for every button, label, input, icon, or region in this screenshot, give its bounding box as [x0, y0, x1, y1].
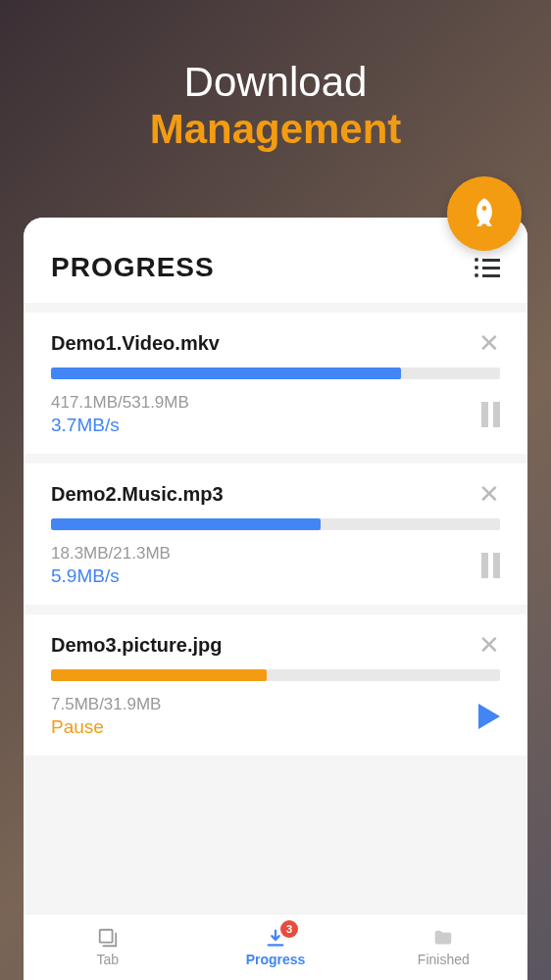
folder-icon [432, 927, 454, 949]
download-status: Pause [51, 716, 161, 738]
progress-fill [51, 669, 267, 681]
boost-button[interactable] [447, 176, 522, 251]
nav-progress[interactable]: 3 Progress [191, 914, 359, 980]
tab-icon [97, 927, 119, 949]
download-speed: 3.7MB/s [51, 415, 189, 436]
rocket-icon [466, 195, 503, 232]
download-item: Demo3.picture.jpg ✕ 7.5MB/31.9MB Pause [24, 614, 527, 756]
progress-fill [51, 518, 321, 530]
cancel-button[interactable]: ✕ [478, 330, 500, 356]
download-item: Demo2.Music.mp3 ✕ 18.3MB/21.3MB 5.9MB/s [24, 464, 527, 605]
pause-button[interactable] [481, 553, 500, 578]
cancel-button[interactable]: ✕ [478, 632, 500, 658]
list-view-button[interactable] [475, 258, 500, 277]
download-item: Demo1.Video.mkv ✕ 417.1MB/531.9MB 3.7MB/… [24, 313, 527, 454]
progress-bar [51, 518, 500, 530]
progress-fill [51, 368, 401, 379]
download-size: 417.1MB/531.9MB [51, 393, 189, 413]
download-speed: 5.9MB/s [51, 565, 171, 587]
progress-card: PROGRESS Demo1.Video.mkv ✕ 417.1MB/531.9… [24, 218, 527, 980]
resume-button[interactable] [478, 704, 500, 729]
svg-rect-0 [99, 930, 112, 943]
progress-bar [51, 368, 500, 379]
nav-label: Tab [96, 952, 119, 967]
nav-finished[interactable]: Finished [360, 914, 527, 980]
download-size: 7.5MB/31.9MB [51, 695, 161, 714]
download-filename: Demo3.picture.jpg [51, 634, 222, 657]
bottom-nav: Tab 3 Progress Finished [24, 913, 527, 980]
progress-bar [51, 669, 500, 681]
header-title-line1: Download [0, 59, 551, 106]
promo-header: Download Management [0, 0, 551, 182]
download-size: 18.3MB/21.3MB [51, 544, 171, 564]
nav-label: Progress [246, 952, 306, 967]
card-title: PROGRESS [51, 252, 215, 283]
nav-label: Finished [418, 952, 470, 967]
cancel-button[interactable]: ✕ [478, 481, 500, 507]
pause-button[interactable] [481, 402, 500, 427]
download-filename: Demo1.Video.mkv [51, 332, 220, 355]
download-filename: Demo2.Music.mp3 [51, 483, 224, 506]
nav-badge: 3 [280, 920, 298, 938]
nav-tab[interactable]: Tab [24, 914, 191, 980]
header-title-line2: Management [0, 106, 551, 153]
